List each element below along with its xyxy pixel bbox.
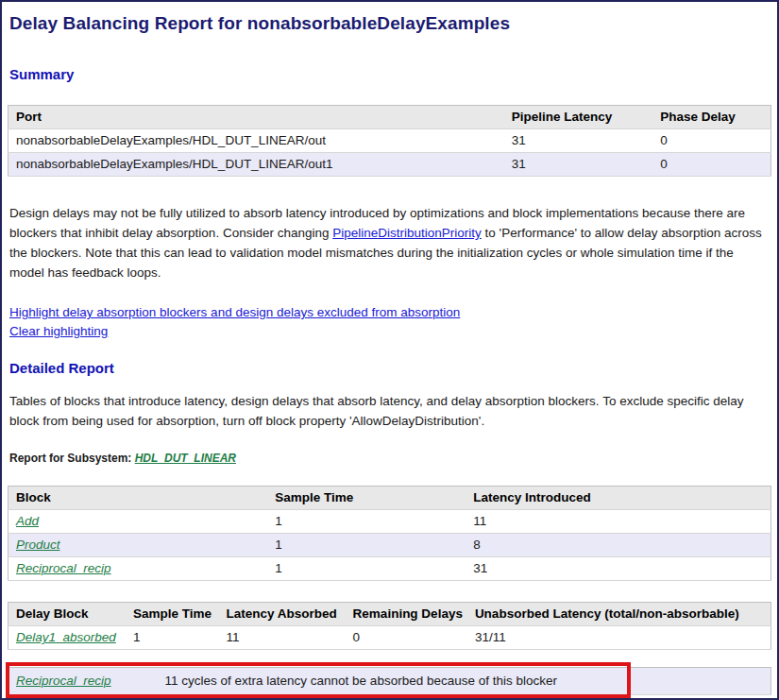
port-path: nonabsorbableDelayExamples/HDL_DUT_LINEA… (8, 129, 504, 153)
blocks-table-header-row: Block Sample Time Latency Introduced (8, 487, 771, 510)
table-row: Product 1 8 (8, 534, 771, 557)
sample-time-value: 1 (267, 534, 466, 557)
pipeline-latency-value: 31 (504, 129, 653, 153)
block-link-add[interactable]: Add (16, 514, 39, 528)
sample-time-value: 1 (267, 510, 466, 534)
summary-heading: Summary (9, 66, 770, 82)
blocks-col-block: Block (8, 487, 268, 510)
blocker-link-reciprocal-recip[interactable]: Reciprocal_recip (16, 674, 111, 688)
page-title: Delay Balancing Report for nonabsorbable… (9, 13, 770, 34)
remaining-delays-value: 0 (346, 626, 467, 650)
sample-time-value: 1 (126, 626, 219, 650)
unabsorbed-latency-value: 31/11 (467, 626, 771, 650)
clear-highlighting-link[interactable]: Clear highlighting (9, 324, 108, 338)
phase-delay-value: 0 (652, 153, 771, 177)
blockers-table: Reciprocal_recip 11 cycles of extra late… (8, 667, 771, 695)
delays-col-sample-time: Sample Time (126, 603, 219, 626)
blocks-col-latency-introduced: Latency Introduced (466, 487, 771, 510)
pipeline-latency-value: 31 (504, 153, 653, 177)
blocker-message: 11 cycles of extra latency cannot be abs… (158, 668, 771, 695)
delays-col-unabsorbed-latency: Unabsorbed Latency (total/non-absorbable… (467, 603, 771, 626)
delays-table-header-row: Delay Block Sample Time Latency Absorbed… (8, 603, 771, 626)
summary-table-header-row: Port Pipeline Latency Phase Delay (8, 106, 771, 129)
delays-col-remaining-delays: Remaining Delays (346, 603, 467, 626)
subsystem-line: Report for Subsystem: HDL_DUT_LINEAR (9, 452, 770, 465)
highlight-blockers-link[interactable]: Highlight delay absorption blockers and … (9, 305, 460, 319)
latency-absorbed-value: 11 (218, 626, 345, 650)
summary-table: Port Pipeline Latency Phase Delay nonabs… (8, 105, 771, 177)
delays-table: Delay Block Sample Time Latency Absorbed… (8, 602, 771, 650)
summary-col-phase-delay: Phase Delay (652, 106, 771, 129)
subsystem-label: Report for Subsystem: (9, 452, 135, 465)
table-row: Reciprocal_recip 1 31 (8, 557, 771, 581)
block-link-reciprocal-recip[interactable]: Reciprocal_recip (16, 561, 111, 575)
table-row: nonabsorbableDelayExamples/HDL_DUT_LINEA… (8, 129, 771, 153)
blocker-section: Reciprocal_recip 11 cycles of extra late… (8, 667, 771, 695)
summary-col-port: Port (8, 106, 504, 129)
report-page: Delay Balancing Report for nonabsorbable… (2, 2, 777, 695)
table-row: Reciprocal_recip 11 cycles of extra late… (8, 668, 771, 695)
blocks-col-sample-time: Sample Time (267, 487, 466, 510)
detailed-report-heading: Detailed Report (9, 360, 770, 376)
summary-col-pipeline-latency: Pipeline Latency (504, 106, 653, 129)
table-row: nonabsorbableDelayExamples/HDL_DUT_LINEA… (8, 153, 771, 177)
table-row: Add 1 11 (8, 510, 771, 534)
block-link-product[interactable]: Product (16, 538, 60, 552)
subsystem-link[interactable]: HDL_DUT_LINEAR (135, 452, 236, 465)
delays-col-delay-block: Delay Block (8, 603, 126, 626)
delay-block-link-delay1-absorbed[interactable]: Delay1_absorbed (16, 630, 116, 644)
pipeline-distribution-priority-link[interactable]: PipelineDistributionPriority (332, 226, 482, 240)
port-path: nonabsorbableDelayExamples/HDL_DUT_LINEA… (8, 153, 504, 177)
blocks-table: Block Sample Time Latency Introduced Add… (8, 486, 771, 581)
sample-time-value: 1 (267, 557, 466, 581)
summary-note: Design delays may not be fully utilized … (9, 203, 770, 282)
phase-delay-value: 0 (652, 129, 771, 153)
latency-introduced-value: 31 (466, 557, 771, 581)
table-row: Delay1_absorbed 1 11 0 31/11 (8, 626, 771, 650)
latency-introduced-value: 8 (466, 534, 771, 557)
delays-col-latency-absorbed: Latency Absorbed (218, 603, 345, 626)
latency-introduced-value: 11 (466, 510, 771, 534)
detailed-description: Tables of blocks that introduce latency,… (9, 391, 770, 431)
